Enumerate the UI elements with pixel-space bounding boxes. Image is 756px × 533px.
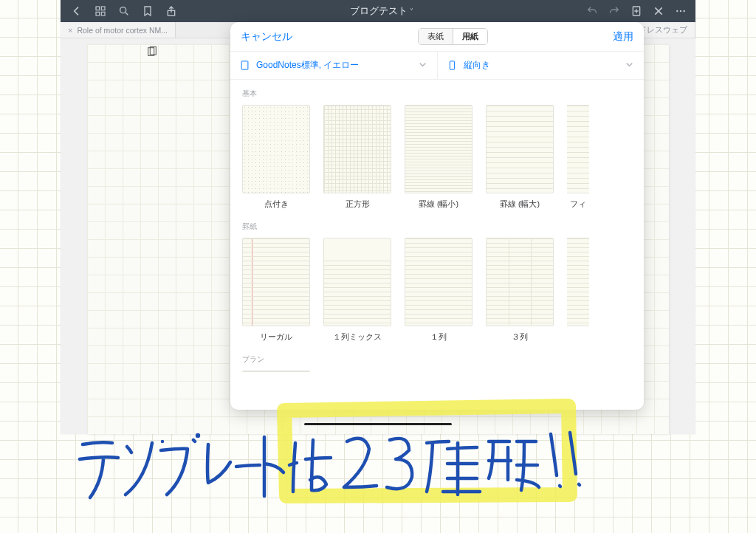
- template-thumb: [323, 238, 391, 326]
- template-label: １列: [430, 332, 447, 343]
- template-thumb: [486, 238, 554, 326]
- tab-label: Role of motor cortex NM...: [77, 26, 168, 35]
- svg-rect-0: [96, 7, 100, 10]
- chevron-down-icon: [624, 59, 635, 72]
- tab-close-icon[interactable]: ×: [68, 26, 72, 35]
- modal-header: キャンセル 表紙 用紙 適用: [230, 22, 644, 52]
- template-thumb: [567, 105, 589, 193]
- template-label: フィ: [570, 199, 586, 210]
- segment-paper[interactable]: 用紙: [453, 29, 487, 44]
- template-thumb: [242, 238, 310, 326]
- chevron-down-icon: [417, 59, 428, 72]
- orientation-icon: [447, 60, 458, 71]
- orientation-selector[interactable]: 縦向き: [437, 52, 645, 79]
- page-thumbnail-icon[interactable]: [146, 46, 158, 56]
- template-item[interactable]: リーガル: [242, 238, 310, 343]
- page-icon: [239, 60, 250, 71]
- template-item[interactable]: １列ミックス: [323, 238, 391, 343]
- svg-point-4: [120, 7, 126, 13]
- template-label: ３列: [512, 332, 528, 343]
- close-icon[interactable]: [653, 5, 664, 17]
- svg-rect-12: [241, 61, 248, 69]
- template-item[interactable]: ３列: [486, 238, 554, 343]
- template-list[interactable]: 基本 点付き 正方形 罫線 (幅小) 罫線 (幅大): [230, 80, 644, 410]
- template-item[interactable]: 罫線 (幅大): [486, 105, 554, 210]
- template-row-basic: 点付き 正方形 罫線 (幅小) 罫線 (幅大) フィ: [242, 105, 644, 217]
- search-icon[interactable]: [118, 5, 130, 17]
- template-thumb: [405, 238, 472, 326]
- back-icon[interactable]: [71, 5, 83, 17]
- svg-rect-1: [101, 7, 105, 10]
- template-thumb: [323, 105, 391, 193]
- template-item[interactable]: 罫線 (幅小): [405, 105, 472, 210]
- svg-point-9: [683, 10, 684, 12]
- undo-icon[interactable]: [586, 5, 598, 17]
- cancel-button[interactable]: キャンセル: [241, 30, 292, 44]
- segment-cover[interactable]: 表紙: [419, 29, 453, 44]
- section-title-lined: 罫紙: [242, 221, 644, 232]
- apply-button[interactable]: 適用: [613, 30, 633, 44]
- bookmark-icon[interactable]: [142, 5, 154, 17]
- cover-paper-segment[interactable]: 表紙 用紙: [418, 28, 488, 45]
- template-thumb: [242, 371, 310, 372]
- redo-icon[interactable]: [608, 5, 620, 17]
- embedded-app-screenshot: ブログテスト ˅ × Role of motor cortex NM...: [61, 0, 695, 434]
- template-label: 点付き: [264, 199, 289, 210]
- template-thumb: [567, 238, 589, 326]
- svg-point-7: [676, 10, 678, 12]
- template-label: 罫線 (幅大): [500, 199, 540, 210]
- add-page-icon[interactable]: [630, 5, 642, 17]
- template-item[interactable]: [567, 238, 589, 343]
- template-label: 正方形: [346, 199, 370, 210]
- svg-rect-2: [96, 12, 100, 16]
- template-thumb: [405, 105, 472, 193]
- section-title-basic: 基本: [242, 89, 644, 99]
- svg-point-8: [680, 10, 681, 12]
- template-thumb: [242, 105, 310, 193]
- template-item[interactable]: 点付き: [242, 105, 310, 210]
- grid-icon[interactable]: [94, 5, 106, 17]
- template-label: １列ミックス: [333, 332, 382, 343]
- template-row-plan: [242, 371, 644, 378]
- home-indicator: [304, 423, 452, 425]
- template-item[interactable]: フィ: [567, 105, 589, 210]
- template-row-lined: リーガル １列ミックス １列 ３列: [242, 238, 644, 350]
- template-label: リーガル: [260, 332, 292, 343]
- template-item[interactable]: １列: [405, 238, 472, 343]
- document-title[interactable]: ブログテスト ˅: [177, 4, 586, 18]
- template-item[interactable]: 正方形: [323, 105, 391, 210]
- app-toolbar: ブログテスト ˅: [61, 0, 695, 22]
- template-label: 罫線 (幅小): [419, 199, 458, 210]
- section-title-plan: プラン: [242, 354, 644, 365]
- template-picker-modal: キャンセル 表紙 用紙 適用 GoodNotes標準, イエロー 縦向き: [230, 22, 644, 410]
- template-thumb: [486, 105, 554, 193]
- svg-rect-13: [450, 61, 454, 69]
- paper-size-label: GoodNotes標準, イエロー: [256, 59, 359, 72]
- more-icon[interactable]: [675, 5, 687, 17]
- orientation-label: 縦向き: [464, 59, 490, 72]
- svg-rect-3: [101, 12, 105, 16]
- share-icon[interactable]: [165, 5, 177, 17]
- selector-row: GoodNotes標準, イエロー 縦向き: [230, 52, 644, 80]
- paper-size-selector[interactable]: GoodNotes標準, イエロー: [230, 52, 437, 79]
- tab-item[interactable]: × Role of motor cortex NM...: [61, 22, 176, 38]
